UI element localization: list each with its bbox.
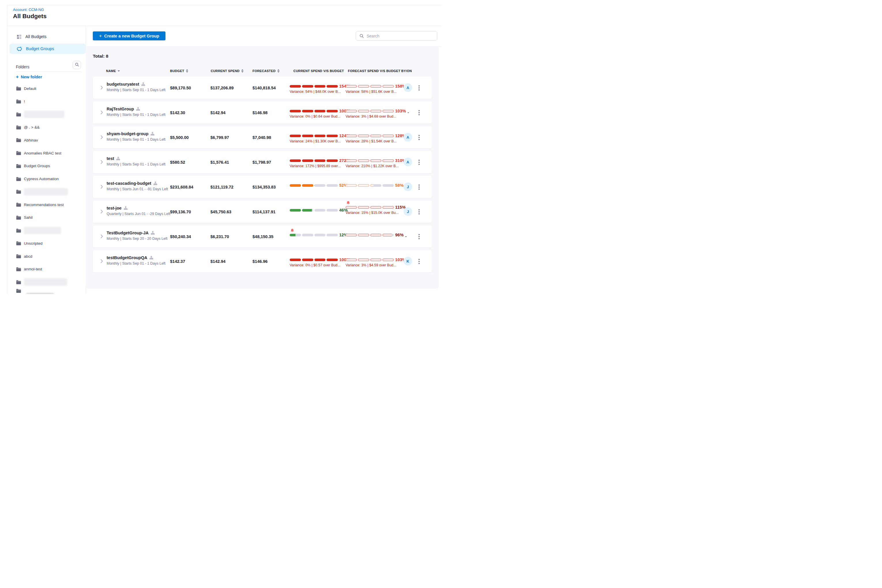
search-icon: [359, 34, 364, 38]
budget-value: $89,170.50: [170, 86, 191, 90]
variance-label: Variance: 3% | $4.59 over Bud...: [346, 263, 396, 267]
folder-item[interactable]: [7, 276, 86, 288]
search-input[interactable]: [366, 33, 437, 39]
folder-item[interactable]: Cypress Automation: [7, 172, 86, 185]
kebab-menu-icon[interactable]: [417, 183, 422, 191]
folder-name: abcd: [24, 254, 32, 258]
current-spend-value: $6,799.97: [210, 135, 229, 140]
expand-chevron-icon[interactable]: [100, 86, 103, 91]
folder-item[interactable]: Recommendations test: [7, 198, 86, 211]
budget-group-row[interactable]: shyam-budget-groupMonthly | Starts Sep 0…: [93, 126, 432, 148]
expand-chevron-icon[interactable]: [100, 135, 103, 140]
expand-chevron-icon[interactable]: [100, 234, 103, 240]
variance-label: Variance: 210% | $1.22K over B...: [346, 164, 399, 168]
folder-icon: [16, 138, 21, 142]
kebab-menu-icon[interactable]: [417, 207, 422, 216]
forecasted-value: $1,798.97: [252, 160, 271, 165]
folder-item[interactable]: [7, 185, 86, 198]
total-count-label: Total: 8: [93, 54, 108, 59]
folder-item[interactable]: !: [7, 95, 86, 108]
column-header-current-spend[interactable]: CURRENT SPEND: [211, 69, 243, 73]
folder-item[interactable]: Budget Groups: [7, 160, 86, 172]
folder-search-button[interactable]: [73, 61, 81, 69]
bar-fill: [346, 184, 374, 187]
kebab-menu-icon[interactable]: [417, 158, 422, 166]
bar-fill: [346, 85, 394, 88]
budget-group-row[interactable]: testMonthly | Starts Sep 01 - 1 Days Lef…: [93, 151, 432, 173]
current-spend-bar: [290, 159, 338, 162]
current-spend-value: $121,119.72: [210, 185, 234, 189]
bar-fill: [346, 135, 394, 137]
kebab-menu-icon[interactable]: [417, 133, 422, 142]
sidebar-item-all-budgets[interactable]: All Budgets: [9, 32, 86, 42]
column-header-name[interactable]: NAME: [106, 69, 120, 73]
create-budget-group-button[interactable]: + Create a new Budget Group: [93, 32, 165, 40]
folder-item[interactable]: Default: [7, 82, 86, 95]
bell-icon: [346, 201, 350, 205]
folder-item[interactable]: @ . > &&: [7, 121, 86, 134]
folder-item[interactable]: Anomalies RBAC test: [7, 147, 86, 160]
plus-icon: +: [99, 33, 102, 38]
folder-icon: [16, 112, 21, 117]
budget-group-name: TestBudgetGroup-JA: [106, 231, 149, 235]
column-header-budget[interactable]: BUDGET: [170, 69, 188, 73]
folder-item[interactable]: Sahil: [7, 211, 86, 224]
folder-item[interactable]: Abhinav: [7, 134, 86, 147]
expand-chevron-icon[interactable]: [100, 259, 103, 264]
kebab-menu-icon[interactable]: [417, 232, 422, 241]
budget-group-list: budgetsuryatestMonthly | Starts Sep 01 -…: [93, 76, 432, 275]
folder-item[interactable]: abcd: [7, 250, 86, 263]
folder-item[interactable]: [7, 108, 86, 121]
redacted-folder-name: [24, 227, 61, 234]
expand-chevron-icon[interactable]: [100, 110, 103, 116]
bar-fill: [290, 258, 338, 261]
column-header-label: BY/ON: [401, 69, 412, 73]
folder-icon: [16, 164, 21, 168]
column-header-forecasted[interactable]: FORECASTED: [252, 69, 280, 73]
folder-item[interactable]: [7, 224, 86, 237]
folder-name: Budget Groups: [24, 164, 50, 168]
header-divider: [7, 26, 441, 26]
column-header-current-spend-v-s-budget[interactable]: CURRENT SPEND V/S BUDGET: [293, 69, 344, 73]
folder-name: @ . > &&: [24, 125, 40, 129]
budget-group-name: test: [106, 156, 114, 161]
avatar: J: [404, 183, 412, 191]
expand-chevron-icon[interactable]: [100, 185, 103, 190]
column-header-by-on[interactable]: BY/ON: [401, 69, 412, 73]
folder-item[interactable]: Unscripted: [7, 237, 86, 250]
folder-item[interactable]: anmol-test: [7, 263, 86, 276]
budget-period-label: Monthly | Starts Sep 01 - 1 Days Left: [106, 88, 165, 92]
folder-name: Abhinav: [24, 138, 38, 142]
column-header-forecast-spend-v-s-budget[interactable]: FORECAST SPEND V/S BUDGET: [348, 69, 400, 73]
folder-icon: [16, 228, 21, 233]
kebab-menu-icon[interactable]: [417, 108, 422, 117]
new-folder-button[interactable]: + New folder: [16, 74, 42, 79]
budget-group-row[interactable]: budgetsuryatestMonthly | Starts Sep 01 -…: [93, 76, 432, 99]
expand-chevron-icon[interactable]: [100, 160, 103, 165]
budget-period-label: Monthly | Starts Sep 20 - 20 Days Left: [106, 237, 168, 241]
avatar: A: [404, 133, 412, 141]
folder-item[interactable]: [7, 288, 86, 294]
current-spend-bar: [290, 110, 338, 112]
kebab-menu-icon[interactable]: [417, 257, 422, 266]
budget-group-row[interactable]: test-cascading-budgetMonthly | Starts Ju…: [93, 176, 432, 198]
folder-icon: [16, 189, 21, 194]
app-top-border: [7, 5, 441, 5]
expand-chevron-icon[interactable]: [100, 210, 103, 215]
folder-name: !: [24, 99, 25, 104]
folder-name: Unscripted: [24, 241, 43, 246]
page-title: All Budgets: [13, 13, 47, 20]
forecasted-value: $134,353.83: [252, 185, 276, 189]
folder-icon: [16, 151, 21, 155]
sidebar-item-budget-groups[interactable]: Budget Groups: [9, 44, 86, 54]
folder-icon: [16, 86, 21, 91]
budget-group-row[interactable]: TestBudgetGroup-JAMonthly | Starts Sep 2…: [93, 225, 432, 248]
budget-group-row[interactable]: RajTestGroupMonthly | Starts Sep 01 - 1 …: [93, 102, 432, 124]
breadcrumb-account-link[interactable]: Account: CCM-NG: [13, 8, 44, 12]
budget-period-label: Monthly | Starts Sep 01 - 1 Days Left: [106, 162, 165, 166]
variance-label: Variance: 15% | $15.0K over Bu...: [346, 211, 399, 215]
budget-group-row[interactable]: test-joeQuarterly | Starts Jun 01 - -29 …: [93, 201, 432, 223]
kebab-menu-icon[interactable]: [417, 84, 422, 92]
budget-group-row[interactable]: testBudgetGroupQAMonthly | Starts Sep 01…: [93, 250, 432, 272]
bar-fill: [290, 234, 296, 236]
